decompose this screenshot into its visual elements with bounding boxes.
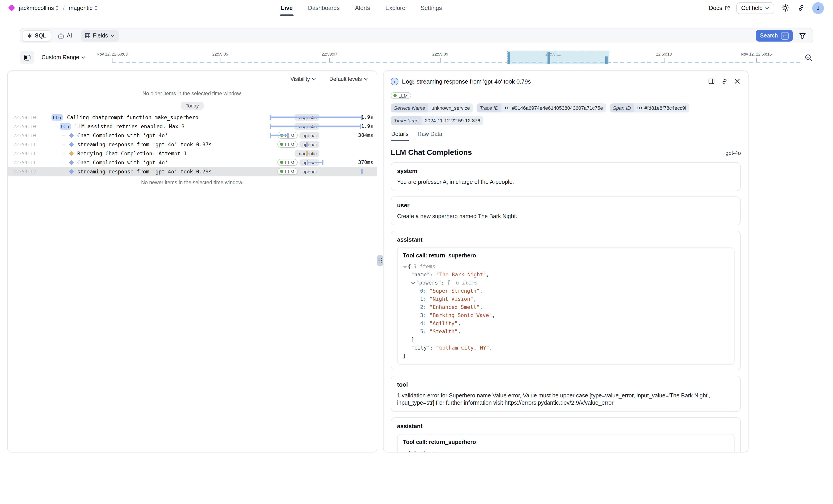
log-row[interactable]: 22:59:11 Chat Completion with 'gpt-4o' L…: [8, 158, 377, 167]
log-message: LLM-assisted retries enabled. Max 3: [75, 123, 185, 129]
child-count: 6: [58, 115, 61, 120]
close-button[interactable]: [734, 78, 741, 85]
json-line[interactable]: "powers": [ 6 items: [411, 279, 729, 287]
link-icon: [637, 105, 643, 111]
robot-icon: [57, 33, 64, 39]
search-button[interactable]: Search ↵: [756, 30, 793, 42]
tick-mark: [756, 58, 757, 62]
time-range-selector[interactable]: Custom Range: [39, 54, 88, 61]
detail-title: Log:streaming response from 'gpt-4o' too…: [402, 78, 531, 85]
message-card-tool: tool 1 validation error for Superhero na…: [391, 376, 741, 412]
docs-label: Docs: [709, 4, 722, 11]
no-newer-items-text: No newer items in the selected time wind…: [8, 179, 377, 185]
chip-value: 2024-11-12 22:59:12.876: [422, 116, 483, 125]
json-line: ]: [411, 336, 729, 344]
span-icon: [69, 133, 74, 138]
copy-link-button[interactable]: [720, 77, 729, 86]
log-row[interactable]: 22:59:11 Retrying Chat Completion. Attem…: [8, 149, 377, 158]
tab-live[interactable]: Live: [281, 0, 293, 16]
timeline-tick: 22:59:05: [212, 52, 228, 56]
ai-mode-button[interactable]: AI: [53, 30, 76, 41]
json-line: 4: "Agility",: [420, 319, 729, 328]
attribute-chips: Service Name unknown_service Trace ID #9…: [391, 103, 741, 125]
visibility-dropdown[interactable]: Visibility: [288, 75, 318, 82]
project-selector[interactable]: magentic: [69, 4, 98, 11]
service-name-chip: Service Name unknown_service: [391, 103, 473, 113]
json-line: "name": "The Bark Night",: [411, 270, 729, 279]
json-line[interactable]: {3 items: [403, 449, 729, 453]
log-message: streaming response from 'gpt-4o' took 0.…: [77, 141, 212, 147]
json-line[interactable]: {3 items: [403, 262, 729, 270]
tab-details[interactable]: Details: [391, 131, 409, 141]
duration: 1.9s: [361, 114, 373, 120]
chip-label: Timestamp: [391, 116, 422, 125]
filter-button[interactable]: [797, 30, 808, 41]
tab-alerts[interactable]: Alerts: [355, 0, 370, 16]
tab-explore[interactable]: Explore: [385, 0, 405, 16]
json-viewer: {3 items "name": "THE BARK NIGHT", "powe…: [403, 449, 729, 453]
chevron-down-icon: [312, 77, 316, 80]
tab-settings[interactable]: Settings: [421, 0, 442, 16]
message-card-assistant: assistant Tool call: return_superhero {3…: [391, 231, 741, 370]
log-rows: 22:59:10 6 Calling chatprompt-function m…: [8, 113, 377, 176]
llm-badge: LLM: [277, 159, 298, 166]
green-dot-icon: [280, 143, 283, 146]
llm-badge: LLM: [277, 141, 298, 148]
search-label: Search: [760, 32, 778, 39]
log-row[interactable]: 22:59:10 6 Calling chatprompt-function m…: [8, 113, 377, 122]
collapse-badge[interactable]: 5: [60, 123, 71, 129]
levels-dropdown[interactable]: Default levels: [327, 75, 371, 82]
span-id-chip[interactable]: Span ID #fd81e8f78c4ecc9f: [610, 103, 689, 113]
link-icon: [505, 105, 510, 111]
tool-call-card: Tool call: return_superhero {3 items "na…: [397, 434, 735, 453]
duration: 370ms: [358, 160, 373, 165]
panel-resize-handle[interactable]: [377, 255, 383, 266]
span-bar: [307, 160, 324, 165]
collapse-badge[interactable]: 6: [51, 114, 63, 120]
fields-button[interactable]: Fields: [81, 30, 119, 41]
json-line: "city": "Gotham City, NY",: [411, 344, 729, 352]
llm-badge: LLM: [277, 168, 298, 175]
log-time: 22:59:10: [13, 115, 37, 120]
log-row[interactable]: 22:59:10 Chat Completion with 'gpt-4o' L…: [8, 131, 377, 140]
search-row: SQL AI Fields Search ↵: [20, 28, 813, 43]
timeline-track[interactable]: Nov 12, 22:59:03 22:59:05 22:59:07 22:59…: [95, 49, 800, 66]
log-row[interactable]: 22:59:10 5 LLM-assisted retries enabled.…: [8, 122, 377, 131]
span-icon: [69, 169, 74, 174]
share-link-button[interactable]: [796, 3, 806, 13]
span-marker: [361, 169, 363, 174]
docs-link[interactable]: Docs: [709, 4, 730, 11]
log-row-selected[interactable]: 22:59:12 streaming response from 'gpt-4o…: [8, 167, 377, 176]
span-icon: [69, 160, 74, 165]
timeline-tick: Nov 12, 22:59:16: [741, 52, 772, 56]
avatar[interactable]: J: [812, 2, 824, 14]
log-time: 22:59:11: [13, 160, 37, 165]
search-input[interactable]: [119, 28, 756, 43]
get-help-button[interactable]: Get help: [736, 2, 774, 14]
scope-badge: openai: [300, 168, 319, 174]
collapse-sidebar-button[interactable]: [20, 51, 34, 64]
logfire-logo-icon[interactable]: [8, 4, 15, 11]
theme-toggle-button[interactable]: [781, 3, 790, 13]
sql-mode-button[interactable]: SQL: [23, 30, 51, 41]
zoom-in-button[interactable]: [804, 53, 813, 62]
org-selector[interactable]: jackmpcollins: [19, 4, 59, 11]
main-tabs: Live Dashboards Alerts Explore Settings: [281, 0, 442, 16]
json-line: 5: "Stealth",: [420, 328, 729, 336]
log-row[interactable]: 22:59:11 streaming response from 'gpt-4o…: [8, 140, 377, 149]
message-card-system: system You are professor A, in charge of…: [391, 162, 741, 191]
trace-id-chip[interactable]: Trace ID #9146a6974e4e6140538043607a71c7…: [477, 103, 606, 113]
caret-down-icon: [411, 281, 415, 285]
collapse-icon: [62, 124, 65, 128]
today-badge[interactable]: Today: [181, 101, 204, 110]
log-message: Calling chatprompt-function make_superhe…: [67, 114, 198, 120]
role-label: system: [397, 168, 735, 174]
timeline-selection[interactable]: [507, 51, 610, 64]
json-line: 2: "Enhanced Smell",: [420, 303, 729, 311]
tab-raw-data[interactable]: Raw Data: [417, 131, 443, 141]
warning-span-icon: [69, 151, 74, 156]
open-in-panel-button[interactable]: [708, 77, 716, 86]
role-label: tool: [397, 381, 735, 388]
tab-dashboards[interactable]: Dashboards: [308, 0, 340, 16]
role-label: assistant: [397, 423, 735, 430]
